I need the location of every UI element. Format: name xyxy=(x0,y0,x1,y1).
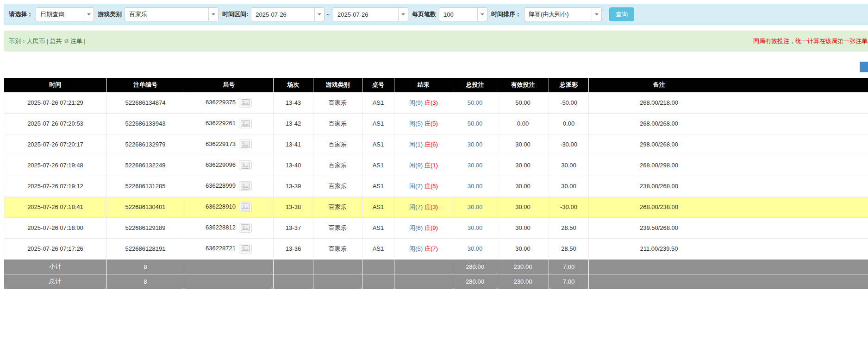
chevron-down-icon xyxy=(477,8,487,21)
subtotal-valid-bet: 230.00 xyxy=(497,259,549,274)
result-player: 闲(6) xyxy=(409,224,423,231)
query-type-value: 日期查询 xyxy=(36,10,84,19)
cell-total-bet: 30.00 xyxy=(453,238,497,259)
date-from-value: 2025-07-26 xyxy=(251,11,314,18)
bet-records-table: 时间 注单编号 局号 场次 游戏类别 桌号 结果 总投注 有效投注 总派彩 备注… xyxy=(4,78,868,289)
round-image-icon[interactable] xyxy=(239,160,252,170)
date-from-select[interactable]: 2025-07-26 xyxy=(251,7,325,21)
cell-payout: 28.50 xyxy=(549,217,589,238)
result-banker: 庄(1) xyxy=(425,162,438,169)
round-image-icon[interactable] xyxy=(239,119,252,128)
cell-session: 13-37 xyxy=(274,217,313,238)
header-round: 局号 xyxy=(184,78,274,92)
cell-table: AS1 xyxy=(362,155,394,176)
date-range-label: 时间区间: xyxy=(222,10,248,19)
round-number: 636229173 xyxy=(206,140,236,147)
cell-time: 2025-07-26 07:19:12 xyxy=(4,176,107,197)
total-bet-link[interactable]: 50.00 xyxy=(468,120,483,127)
cell-total-bet: 30.00 xyxy=(453,155,497,176)
total-bet-link[interactable]: 50.00 xyxy=(468,99,483,106)
total-bet-link[interactable]: 30.00 xyxy=(468,224,483,231)
result-player: 闲(5) xyxy=(409,120,423,127)
table-row: 2025-07-26 07:19:12 522686131285 6362289… xyxy=(4,176,868,197)
cell-payout: 30.00 xyxy=(549,155,589,176)
total-label: 总计 xyxy=(4,274,107,289)
subtotal-total-bet: 280.00 xyxy=(453,259,497,274)
chevron-down-icon xyxy=(592,8,601,21)
table-row: 2025-07-26 07:20:17 522686132979 6362291… xyxy=(4,134,868,155)
header-remark: 备注 xyxy=(589,78,868,92)
cell-total-bet: 30.00 xyxy=(453,197,497,217)
round-number: 636228999 xyxy=(206,182,236,189)
chevron-down-icon xyxy=(84,8,94,21)
header-result: 结果 xyxy=(394,78,453,92)
round-image-icon[interactable] xyxy=(239,244,252,254)
cell-remark: 239.50/268.00 xyxy=(589,217,868,238)
cell-time: 2025-07-26 07:18:00 xyxy=(4,217,107,238)
cell-result: 闲(7)庄(5) xyxy=(394,176,453,197)
round-image-icon[interactable] xyxy=(239,223,252,233)
table-header-row: 时间 注单编号 局号 场次 游戏类别 桌号 结果 总投注 有效投注 总派彩 备注 xyxy=(4,78,868,92)
time-sort-select[interactable]: 降幂(由大到小) xyxy=(524,7,602,21)
total-bet-link[interactable]: 30.00 xyxy=(468,245,483,252)
cell-table: AS1 xyxy=(362,176,394,197)
edge-partial-button[interactable] xyxy=(860,62,868,72)
query-type-select[interactable]: 日期查询 xyxy=(36,7,94,21)
round-image-icon[interactable] xyxy=(239,202,252,212)
cell-valid-bet: 0.00 xyxy=(497,113,549,134)
cell-valid-bet: 30.00 xyxy=(497,197,549,217)
header-game: 游戏类别 xyxy=(313,78,362,92)
total-bet-link[interactable]: 30.00 xyxy=(468,162,483,169)
cell-time: 2025-07-26 07:18:41 xyxy=(4,197,107,217)
table-row: 2025-07-26 07:18:41 522686130401 6362289… xyxy=(4,197,868,217)
round-image-icon[interactable] xyxy=(239,98,252,108)
cell-session: 13-42 xyxy=(274,113,313,134)
cell-round: 636229096 xyxy=(184,155,274,176)
game-category-select[interactable]: 百家乐 xyxy=(125,7,219,21)
result-player: 闲(5) xyxy=(409,245,423,252)
total-payout: 7.00 xyxy=(549,274,589,289)
table-row: 2025-07-26 07:19:48 522686132249 6362290… xyxy=(4,155,868,176)
cell-remark: 268.00/238.00 xyxy=(589,197,868,217)
round-number: 636229096 xyxy=(206,161,236,168)
round-number: 636228721 xyxy=(206,245,236,252)
per-page-label: 每页笔数 xyxy=(412,10,436,19)
cell-game: 百家乐 xyxy=(313,238,362,259)
cell-remark: 268.00/298.00 xyxy=(589,155,868,176)
cell-result: 闲(1)庄(6) xyxy=(394,134,453,155)
round-image-icon[interactable] xyxy=(239,140,252,149)
total-bet-link[interactable]: 30.00 xyxy=(468,203,483,210)
cell-time: 2025-07-26 07:20:53 xyxy=(4,113,107,134)
cell-session: 13-39 xyxy=(274,176,313,197)
cell-round: 636228721 xyxy=(184,238,274,259)
date-to-value: 2025-07-26 xyxy=(333,11,398,18)
subtotal-label: 小计 xyxy=(4,259,107,274)
result-banker: 庄(5) xyxy=(425,183,438,190)
cell-game: 百家乐 xyxy=(313,92,362,113)
cell-bet-id: 522686132979 xyxy=(107,134,184,155)
result-player: 闲(7) xyxy=(409,203,423,210)
result-banker: 庄(3) xyxy=(425,99,438,106)
result-banker: 庄(5) xyxy=(425,120,438,127)
cell-payout: -50.00 xyxy=(549,92,589,113)
date-to-select[interactable]: 2025-07-26 xyxy=(333,7,408,21)
time-sort-label: 时间排序： xyxy=(491,10,521,19)
per-page-select[interactable]: 100 xyxy=(439,7,487,21)
table-row: 2025-07-26 07:20:53 522686133943 6362292… xyxy=(4,113,868,134)
cell-session: 13-40 xyxy=(274,155,313,176)
header-table: 桌号 xyxy=(362,78,394,92)
result-banker: 庄(6) xyxy=(425,141,438,148)
cell-bet-id: 522686132249 xyxy=(107,155,184,176)
cell-game: 百家乐 xyxy=(313,155,362,176)
total-bet-link[interactable]: 30.00 xyxy=(468,141,483,148)
search-button[interactable]: 查询 xyxy=(609,7,634,21)
header-session: 场次 xyxy=(274,78,313,92)
round-image-icon[interactable] xyxy=(239,181,252,191)
cell-time: 2025-07-26 07:17:26 xyxy=(4,238,107,259)
chevron-down-icon xyxy=(398,8,408,21)
total-bet-link[interactable]: 30.00 xyxy=(468,183,483,190)
header-total-bet: 总投注 xyxy=(453,78,497,92)
summary-bar: 币别：人民币 | 总共 :8 注单 | 同局有效投注，统一计算在该局第一张注单内 xyxy=(4,31,868,51)
table-row: 2025-07-26 07:17:26 522686128191 6362287… xyxy=(4,238,868,259)
result-banker: 庄(3) xyxy=(425,203,438,210)
